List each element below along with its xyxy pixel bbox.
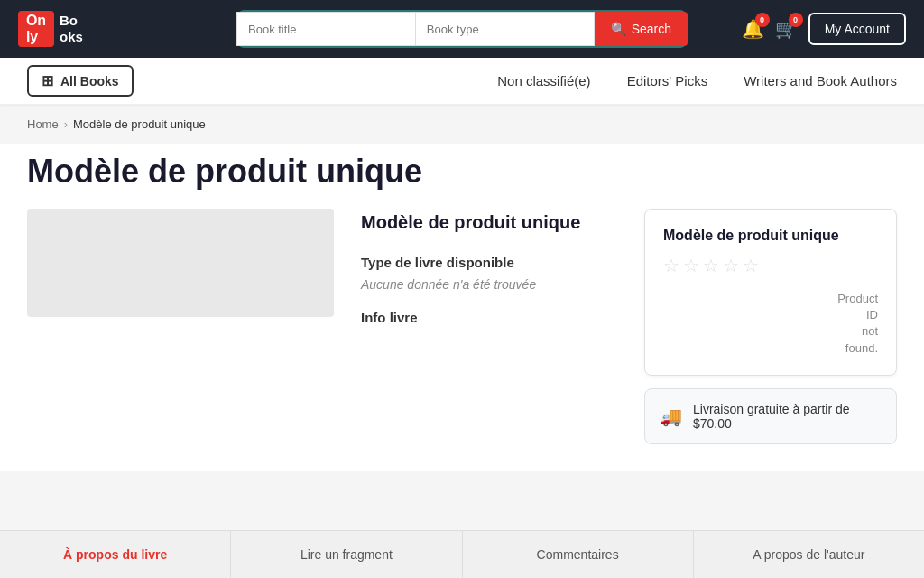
main-content: Modèle de produit unique Modèle de produ… (0, 144, 924, 471)
nav-bar: ⊞ All Books Non classifié(e) Editors' Pi… (0, 58, 924, 105)
star-3: ☆ (703, 255, 719, 276)
cart-button[interactable]: 🛒 0 (775, 18, 798, 40)
delivery-banner: 🚚 Livraison gratuite à partir de $70.00 (644, 388, 897, 444)
tab-comments[interactable]: Commentaires (463, 531, 694, 578)
tab-about-author[interactable]: A propos de l'auteur (694, 531, 924, 578)
delivery-text: Livraison gratuite à partir de $70.00 (693, 402, 882, 431)
breadcrumb-home[interactable]: Home (27, 117, 59, 131)
tab-read-fragment[interactable]: Lire un fragment (231, 531, 462, 578)
grid-icon: ⊞ (42, 72, 53, 89)
breadcrumb-separator: › (64, 117, 68, 131)
search-button[interactable]: 🔍 Search (595, 12, 688, 46)
nav-link-non-classifie[interactable]: Non classifié(e) (497, 73, 590, 89)
top-bar: Only Books Retour Modifier la traduction… (0, 0, 924, 58)
product-section: Modèle de produit unique Type de livre d… (27, 209, 897, 444)
breadcrumb: Home › Modèle de produit unique (0, 105, 924, 144)
cart-badge: 0 (789, 13, 803, 27)
logo: Only Books (18, 11, 83, 47)
product-right: Modèle de produit unique ☆ ☆ ☆ ☆ ☆ Produ… (644, 209, 897, 444)
page-title: Modèle de produit unique (27, 153, 897, 191)
search-icon: 🔍 (611, 22, 626, 36)
notification-badge: 0 (755, 13, 770, 27)
info-label: Info livre (361, 310, 617, 325)
product-center: Modèle de produit unique Type de livre d… (361, 209, 617, 444)
no-data-text: Aucune donnée n'a été trouvée (361, 277, 617, 292)
my-account-button[interactable]: My Account (808, 13, 906, 45)
star-4: ☆ (723, 255, 739, 276)
notification-bell-button[interactable]: 🔔 0 (742, 18, 764, 40)
truck-icon: 🚚 (660, 406, 682, 427)
star-5: ☆ (743, 255, 759, 276)
nav-link-writers[interactable]: Writers and Book Authors (744, 73, 897, 89)
type-label: Type de livre disponible (361, 255, 617, 270)
top-bar-right: 🔔 0 🛒 0 My Account (742, 13, 906, 45)
all-books-button[interactable]: ⊞ All Books (27, 65, 134, 97)
search-bar: 🔍 Search (236, 12, 688, 46)
tab-about-book[interactable]: À propos du livre (0, 531, 231, 578)
nav-links: Non classifié(e) Editors' Picks Writers … (497, 73, 897, 89)
product-card: Modèle de produit unique ☆ ☆ ☆ ☆ ☆ Produ… (644, 209, 897, 376)
card-title: Modèle de produit unique (663, 228, 878, 244)
breadcrumb-current: Modèle de produit unique (73, 117, 206, 131)
nav-link-editors-picks[interactable]: Editors' Picks (627, 73, 708, 89)
product-id-text: ProductIDnotfound. (663, 291, 878, 357)
logo-text: Books (60, 13, 83, 45)
star-2: ☆ (683, 255, 699, 276)
star-1: ☆ (663, 255, 679, 276)
bottom-tabs: À propos du livre Lire un fragment Comme… (0, 530, 924, 578)
product-image (27, 209, 334, 317)
product-subtitle: Modèle de produit unique (361, 212, 617, 233)
search-book-title-input[interactable] (236, 12, 416, 46)
product-left (27, 209, 334, 444)
star-rating: ☆ ☆ ☆ ☆ ☆ (663, 255, 878, 276)
logo-icon: Only (18, 11, 54, 47)
search-book-type-input[interactable] (416, 12, 595, 46)
